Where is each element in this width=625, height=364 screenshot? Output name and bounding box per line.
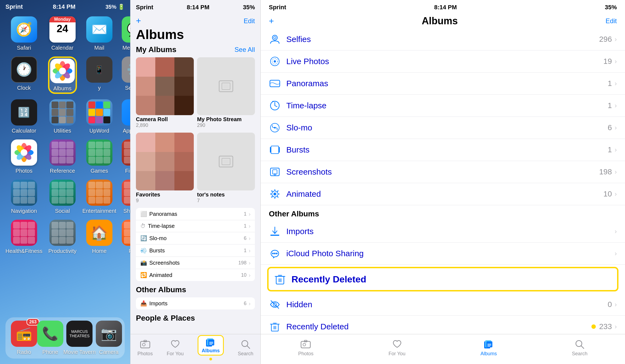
album-list-screenshots[interactable]: Screenshots 198 › bbox=[261, 161, 625, 183]
app-reference[interactable]: Reference bbox=[48, 139, 77, 174]
app-upword[interactable]: UpWord bbox=[82, 99, 117, 134]
app-photos-small[interactable]: Photos bbox=[5, 139, 43, 174]
detail-edit-button[interactable]: Edit bbox=[606, 17, 617, 25]
app-messages[interactable]: 💬 Messages bbox=[122, 16, 130, 51]
tab-photos-icon bbox=[140, 339, 151, 350]
app-clock[interactable]: 🕐 Clock bbox=[5, 56, 43, 94]
app-productivity-label: Productivity bbox=[48, 248, 76, 254]
detail-tab-search[interactable]: Search bbox=[572, 339, 587, 357]
albums-grid-row-1: Camera Roll 2,890 My Photo Stream 290 bbox=[130, 55, 260, 130]
hidden-list-count: 0 bbox=[608, 300, 612, 309]
tab-search[interactable]: Search bbox=[238, 339, 253, 357]
album-row-screenshots[interactable]: 📸 Screenshots 198 › bbox=[136, 257, 255, 269]
app-health[interactable]: Health&Fitness bbox=[5, 220, 43, 254]
notes-placeholder bbox=[218, 153, 234, 170]
dock-phone[interactable]: 📞 Phone bbox=[37, 321, 63, 355]
album-camera-roll[interactable]: Camera Roll 2,890 bbox=[136, 57, 194, 128]
album-list-full[interactable]: Selfies 296 › Live Photos 19 › bbox=[261, 28, 625, 334]
app-grid: 🧭 Safari Monday 24 Calendar ✉️ Mail 💬 Me… bbox=[0, 14, 130, 257]
slomo-list-icon bbox=[269, 122, 281, 134]
albums-scroll[interactable]: My Albums See All bbox=[130, 42, 260, 334]
app-productivity[interactable]: Productivity bbox=[48, 220, 77, 254]
album-list-animated[interactable]: Animated 10 › bbox=[261, 183, 625, 205]
app-social[interactable]: Social bbox=[48, 180, 77, 214]
albums-tab-bar: Photos For You bbox=[130, 334, 260, 364]
album-row-bursts[interactable]: 💨 Bursts 1 › bbox=[136, 244, 255, 257]
app-shopping[interactable]: Shopping bbox=[122, 180, 130, 214]
album-list-bursts[interactable]: Bursts 1 › bbox=[261, 139, 625, 161]
app-food[interactable]: Food bbox=[122, 220, 130, 254]
album-row-slomo[interactable]: 🔄 Slo-mo 6 › bbox=[136, 232, 255, 244]
panoramas-list-icon bbox=[269, 77, 281, 89]
app-settings[interactable]: ⚙️ Settings bbox=[122, 56, 130, 94]
album-row-animated[interactable]: 🔁 Animated 10 › bbox=[136, 269, 255, 281]
app-mail[interactable]: ✉️ Mail bbox=[82, 16, 117, 51]
album-list-recently-deleted[interactable]: Recently Deleted 233 › bbox=[261, 316, 625, 334]
shared-list-chevron: › bbox=[615, 250, 617, 257]
dock-marcus[interactable]: MARCUSTHEATRES Movie Tavern bbox=[63, 321, 96, 355]
album-list-live-photos[interactable]: Live Photos 19 › bbox=[261, 50, 625, 73]
album-list-imports[interactable]: Imports › bbox=[261, 220, 625, 243]
app-appstore[interactable]: App Store bbox=[122, 99, 130, 134]
album-favorites[interactable]: Favorites 9 bbox=[136, 133, 194, 204]
detail-tab-foryou-icon bbox=[392, 339, 403, 350]
calendar-month: Monday bbox=[49, 16, 76, 22]
app-home-label: Home bbox=[92, 248, 106, 254]
dock-camera-label: Camera bbox=[99, 349, 118, 355]
animated-list-icon bbox=[269, 188, 281, 200]
app-finance[interactable]: Finance bbox=[122, 139, 130, 174]
app-safari[interactable]: 🧭 Safari bbox=[5, 16, 43, 51]
album-photo-stream[interactable]: My Photo Stream 290 bbox=[197, 57, 255, 128]
svg-line-34 bbox=[247, 346, 250, 348]
animated-chevron: › bbox=[249, 272, 251, 278]
albums-edit-button[interactable]: Edit bbox=[244, 17, 255, 25]
album-row-timelapse[interactable]: ⏱ Time-lapse 1 › bbox=[136, 220, 255, 232]
album-notes[interactable]: tor's notes 7 bbox=[197, 133, 255, 204]
detail-add-button[interactable]: + bbox=[269, 16, 274, 26]
tab-albums-icon bbox=[205, 337, 216, 348]
app-navigation[interactable]: Navigation bbox=[5, 180, 43, 214]
detail-tab-for-you[interactable]: For You bbox=[388, 339, 405, 357]
album-row-panoramas[interactable]: ⬜ Panoramas 1 › bbox=[136, 208, 255, 220]
app-calendar[interactable]: Monday 24 Calendar bbox=[48, 16, 77, 51]
tab-foryou-icon bbox=[170, 339, 181, 350]
tab-for-you[interactable]: For You bbox=[167, 339, 184, 357]
album-list-slomo[interactable]: Slo-mo 6 › bbox=[261, 117, 625, 139]
app-utilities[interactable]: Utilities bbox=[48, 99, 77, 134]
albums-detail-panel: Sprint 8:14 PM 35% + Albums Edit Selfies… bbox=[260, 0, 625, 364]
album-list-hidden[interactable]: Hidden 0 › bbox=[261, 294, 625, 316]
album-list-recently-deleted-highlighted[interactable]: Recently Deleted bbox=[267, 267, 618, 291]
dock-camera[interactable]: 📷 Camera bbox=[96, 321, 122, 355]
see-all-button[interactable]: See All bbox=[234, 46, 255, 53]
svg-point-25 bbox=[142, 343, 145, 346]
album-row-imports[interactable]: 📥 Imports 6 › bbox=[136, 297, 255, 309]
app-calculator[interactable]: 🔢 Calculator bbox=[5, 99, 43, 134]
slomo-row-name: Slo-mo bbox=[149, 235, 242, 241]
tab-albums[interactable]: Albums bbox=[198, 335, 224, 360]
dock-radio[interactable]: 📻 263 Radio bbox=[11, 321, 37, 355]
animated-row-name: Animated bbox=[149, 272, 239, 278]
app-home[interactable]: 🏠 Home bbox=[82, 220, 117, 254]
status-bar: Sprint 8:14 PM 35% 🔋 bbox=[0, 0, 130, 14]
detail-tab-photos[interactable]: Photos bbox=[298, 339, 313, 357]
app-entertainment[interactable]: Entertainment bbox=[82, 180, 117, 214]
recently-deleted-highlight-label: Recently Deleted bbox=[291, 274, 612, 285]
detail-tab-albums[interactable]: Albums bbox=[480, 339, 497, 357]
app-photos-highlighted[interactable]: Albums bbox=[48, 56, 77, 94]
timelapse-list-count: 1 bbox=[608, 101, 612, 110]
album-list-panoramas[interactable]: Panoramas 1 › bbox=[261, 73, 625, 95]
app-unknown[interactable]: 📱 y bbox=[82, 56, 117, 94]
screenshots-icon: 📸 bbox=[140, 259, 147, 266]
app-mail-label: Mail bbox=[94, 45, 105, 51]
app-games[interactable]: Games bbox=[82, 139, 117, 174]
tab-photos[interactable]: Photos bbox=[138, 339, 153, 357]
album-list-shared[interactable]: iCloud Photo Sharing › bbox=[261, 243, 625, 265]
album-list-timelapse[interactable]: Time-lapse 1 › bbox=[261, 95, 625, 117]
albums-status-bar: Sprint 8:14 PM 35% bbox=[130, 0, 260, 14]
svg-point-50 bbox=[272, 253, 274, 254]
album-list-selfies[interactable]: Selfies 296 › bbox=[261, 28, 625, 50]
bursts-list-chevron: › bbox=[615, 146, 617, 154]
app-food-label: Food bbox=[129, 248, 130, 254]
bursts-row-count: 1 bbox=[244, 248, 246, 253]
albums-add-button[interactable]: + bbox=[136, 16, 141, 26]
